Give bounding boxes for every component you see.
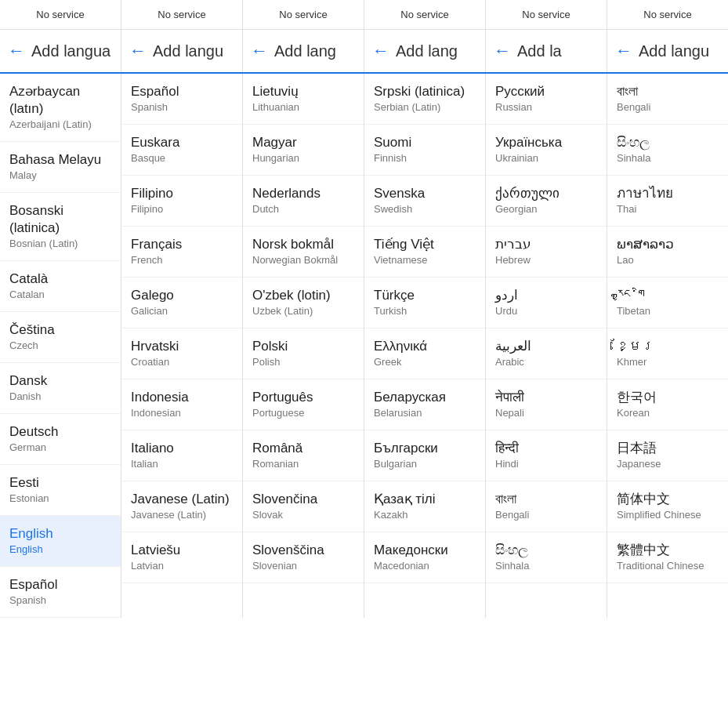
language-list-item[interactable]: Қазақ тіліKazakh (364, 481, 485, 532)
language-native-name: Español (131, 83, 233, 100)
language-list-item[interactable]: GalegoGalician (121, 278, 242, 329)
language-list-item[interactable]: اردوUrdu (486, 278, 607, 329)
language-list-item[interactable]: O'zbek (lotin)Uzbek (Latin) (243, 278, 364, 329)
add-language-title: Add la (517, 42, 562, 60)
language-list-item[interactable]: සිංහලSinhala (607, 125, 728, 176)
language-list-item[interactable]: Srpski (latinica)Serbian (Latin) (364, 74, 485, 125)
language-native-name: 한국어 (617, 389, 719, 406)
language-english-name: Ukrainian (495, 152, 597, 165)
language-list-item[interactable]: Norsk bokmålNorwegian Bokmål (243, 227, 364, 278)
language-list-item[interactable]: УкраїнськаUkrainian (486, 125, 607, 176)
language-list-item[interactable]: LietuviųLithuanian (243, 74, 364, 125)
language-list-item[interactable]: PortuguêsPortuguese (243, 379, 364, 430)
language-english-name: Sinhala (495, 560, 597, 573)
language-list-item[interactable]: TürkçeTurkish (364, 278, 485, 329)
language-list-item[interactable]: DeutschGerman (0, 414, 121, 465)
language-list-item[interactable]: हिन्दीHindi (486, 430, 607, 481)
language-list-item[interactable]: עבריתHebrew (486, 227, 607, 278)
language-list-item[interactable]: العربيةArabic (486, 329, 607, 379)
back-arrow-icon[interactable]: ← (129, 41, 147, 61)
language-english-name: Uzbek (Latin) (252, 305, 354, 318)
language-native-name: हिन्दी (495, 440, 597, 457)
language-native-name: Македонски (374, 542, 476, 559)
language-list-item[interactable]: EspañolSpanish (0, 567, 121, 618)
language-list-item[interactable]: SuomiFinnish (364, 125, 485, 176)
language-native-name: Euskara (131, 134, 233, 151)
language-native-name: ภาษาไทย (617, 185, 719, 202)
language-list-item[interactable]: 日本語Japanese (607, 430, 728, 481)
language-list-item[interactable]: SlovenščinaSlovenian (243, 532, 364, 583)
header-segment-0: ←Add langua (0, 30, 121, 72)
language-list-item[interactable]: ქართულიGeorgian (486, 176, 607, 227)
language-english-name: Norwegian Bokmål (252, 254, 354, 267)
language-list-item[interactable]: Tiếng ViệtVietnamese (364, 227, 485, 278)
language-english-name: Georgian (495, 203, 597, 216)
language-native-name: Català (9, 270, 111, 288)
language-list-item[interactable]: සිංහලSinhala (486, 532, 607, 583)
language-list-item[interactable]: 简体中文Simplified Chinese (607, 481, 728, 532)
language-list-item[interactable]: РусскийRussian (486, 74, 607, 125)
language-list-item[interactable]: नेपालीNepali (486, 379, 607, 430)
language-list-item[interactable]: বাংলাBengali (486, 481, 607, 532)
language-native-name: Беларуская (374, 389, 476, 406)
language-list-item[interactable]: FrançaisFrench (121, 227, 242, 278)
language-list-item[interactable]: Bosanski (latinica)Bosnian (Latin) (0, 193, 121, 261)
language-list-item[interactable]: LatviešuLatvian (121, 532, 242, 583)
language-list-item[interactable]: 繁體中文Traditional Chinese (607, 532, 728, 583)
language-list-item[interactable]: EnglishEnglish (0, 516, 121, 567)
language-list-item[interactable]: ខ្មែរKhmer (607, 329, 728, 379)
language-native-name: Français (131, 236, 233, 253)
language-native-name: Lietuvių (252, 83, 354, 100)
language-list-item[interactable]: МакедонскиMacedonian (364, 532, 485, 583)
language-english-name: Catalan (9, 289, 111, 302)
language-list-item[interactable]: বাংলাBengali (607, 74, 728, 125)
language-list-item[interactable]: ΕλληνικάGreek (364, 329, 485, 379)
language-list-item[interactable]: SvenskaSwedish (364, 176, 485, 227)
language-native-name: Suomi (374, 134, 476, 151)
language-column-2: LietuviųLithuanianMagyarHungarianNederla… (243, 74, 364, 618)
language-english-name: Tibetan (617, 305, 719, 318)
back-arrow-icon[interactable]: ← (494, 41, 511, 61)
language-list-item[interactable]: БеларускаяBelarusian (364, 379, 485, 430)
language-english-name: Swedish (374, 203, 476, 216)
back-arrow-icon[interactable]: ← (615, 41, 632, 61)
language-native-name: Latviešu (131, 542, 233, 559)
language-native-name: සිංහල (495, 542, 597, 559)
language-list-item[interactable]: FilipinoFilipino (121, 176, 242, 227)
back-arrow-icon[interactable]: ← (372, 41, 389, 61)
language-list-item[interactable]: རྒྱང་གིTibetan (607, 278, 728, 329)
language-english-name: French (131, 254, 233, 267)
language-list-item[interactable]: CatalàCatalan (0, 261, 121, 312)
language-list-item[interactable]: EuskaraBasque (121, 125, 242, 176)
language-list-item[interactable]: IndonesiaIndonesian (121, 379, 242, 430)
language-list-item[interactable]: SlovenčinaSlovak (243, 481, 364, 532)
language-list-item[interactable]: EestiEstonian (0, 465, 121, 516)
language-list-item[interactable]: БългарскиBulgarian (364, 430, 485, 481)
language-list-item[interactable]: ItalianoItalian (121, 430, 242, 481)
language-native-name: Polski (252, 338, 354, 355)
language-list-item[interactable]: Bahasa MelayuMalay (0, 142, 121, 193)
content-area: Azərbaycan (latın)Azerbaijani (Latin)Bah… (0, 74, 728, 618)
language-list-item[interactable]: 한국어Korean (607, 379, 728, 430)
language-list-item[interactable]: HrvatskiCroatian (121, 329, 242, 379)
language-native-name: اردو (495, 287, 597, 304)
language-english-name: Khmer (617, 356, 719, 369)
language-native-name: Türkçe (374, 287, 476, 304)
language-list-item[interactable]: RomânăRomanian (243, 430, 364, 481)
back-arrow-icon[interactable]: ← (251, 41, 268, 61)
language-list-item[interactable]: Javanese (Latin)Javanese (Latin) (121, 481, 242, 532)
language-list-item[interactable]: PolskiPolish (243, 329, 364, 379)
language-list-item[interactable]: MagyarHungarian (243, 125, 364, 176)
language-list-item[interactable]: DanskDanish (0, 363, 121, 414)
language-list-item[interactable]: Azərbaycan (latın)Azerbaijani (Latin) (0, 74, 121, 142)
language-list-item[interactable]: ČeštinaCzech (0, 312, 121, 363)
back-arrow-icon[interactable]: ← (8, 41, 25, 61)
status-bar: No serviceNo serviceNo serviceNo service… (0, 0, 728, 30)
language-list-item[interactable]: NederlandsDutch (243, 176, 364, 227)
language-english-name: Indonesian (131, 407, 233, 420)
language-list-item[interactable]: ภาษาไทยThai (607, 176, 728, 227)
language-list-item[interactable]: EspañolSpanish (121, 74, 242, 125)
language-native-name: Filipino (131, 185, 233, 202)
language-list-item[interactable]: ພາສາລາວLao (607, 227, 728, 278)
language-english-name: Hungarian (252, 152, 354, 165)
